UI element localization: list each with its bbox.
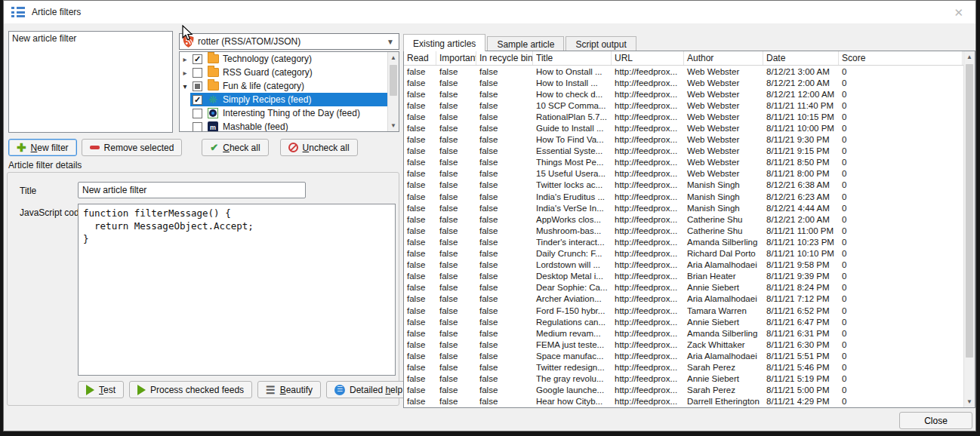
- article-cell: Ford F-150 hybr...: [533, 306, 612, 315]
- article-cell: false: [476, 90, 533, 99]
- new-filter-button[interactable]: ✚ New filter: [8, 139, 77, 156]
- article-row[interactable]: falsefalsefalseDear Sophie: Ca...http://…: [404, 282, 963, 293]
- checkbox[interactable]: [193, 81, 202, 91]
- remove-selected-button[interactable]: Remove selected: [82, 139, 183, 156]
- article-row[interactable]: falsefalsefalseArcher Aviation...http://…: [404, 293, 963, 305]
- tree-item[interactable]: ▾Fun & life (category): [180, 79, 387, 93]
- beautify-button[interactable]: ☰ Beautify: [257, 381, 321, 398]
- article-row[interactable]: falsefalsefalseRationalPlan 5.7...http:/…: [404, 111, 963, 122]
- article-cell: http://feedprox...: [612, 397, 684, 406]
- filters-list[interactable]: New article filter: [8, 31, 173, 133]
- process-checked-feeds-button[interactable]: Process checked feeds: [129, 381, 252, 398]
- tab-script-output[interactable]: Script output: [566, 36, 636, 51]
- article-row[interactable]: falsefalsefalseFord F-150 hybr...http://…: [404, 305, 963, 316]
- article-row[interactable]: falsefalsefalseFEMA just teste...http://…: [404, 339, 963, 350]
- article-row[interactable]: falsefalsefalseHow to Onstall ...http://…: [404, 66, 963, 77]
- test-button[interactable]: Test: [78, 381, 124, 398]
- article-row[interactable]: falsefalsefalseEssential Syste...http://…: [404, 146, 963, 157]
- article-cell: Aria Alamalhodaei: [684, 294, 763, 303]
- article-row[interactable]: falsefalsefalseSpace manufac...http://fe…: [404, 350, 963, 361]
- article-cell: Desktop Metal i...: [533, 272, 612, 281]
- article-row[interactable]: falsefalsefalseHow to check d...http://f…: [404, 88, 963, 100]
- article-row[interactable]: falsefalsefalseLordstown will ...http://…: [404, 259, 963, 271]
- uncheck-all-button[interactable]: Uncheck all: [280, 139, 358, 156]
- article-filters-dialog: Article filters ✕ New article filter rot…: [3, 0, 976, 431]
- article-row[interactable]: falsefalsefalseRegulations can...http://…: [404, 316, 963, 327]
- checkbox[interactable]: ✓: [193, 95, 202, 105]
- article-row[interactable]: falsefalsefalseIndia's VerSe In...http:/…: [404, 202, 963, 213]
- collapse-icon[interactable]: ▾: [180, 82, 190, 91]
- article-cell: 0: [839, 340, 963, 349]
- column-header[interactable]: Score: [839, 51, 963, 65]
- account-dropdown[interactable]: rotter (RSS/ATOM/JSON) ▼: [179, 33, 399, 50]
- check-all-button[interactable]: ✔ Check all: [202, 139, 268, 156]
- scroll-down-icon[interactable]: ▼: [964, 396, 975, 407]
- column-header[interactable]: In recycle bin: [476, 51, 533, 65]
- checkbox[interactable]: ✓: [193, 54, 202, 64]
- scroll-down-icon[interactable]: ▼: [388, 120, 399, 131]
- article-row[interactable]: falsefalsefalseAppWorks clos...http://fe…: [404, 213, 963, 225]
- article-cell: http://feedprox...: [612, 294, 684, 303]
- tree-item[interactable]: ▸RSS Guard (category): [180, 66, 387, 79]
- article-cell: 0: [839, 112, 963, 121]
- article-cell: 0: [839, 272, 963, 281]
- tree-item[interactable]: ✓❋Simply Recipes (feed): [180, 93, 387, 106]
- window-close-icon[interactable]: ✕: [949, 5, 968, 20]
- article-cell: false: [436, 215, 476, 224]
- article-row[interactable]: falsefalsefalseTinder's interact...http:…: [404, 236, 963, 247]
- checkbox[interactable]: [193, 109, 202, 118]
- js-code-label: JavaScript code: [20, 207, 84, 218]
- column-header[interactable]: URL: [612, 51, 684, 65]
- article-row[interactable]: falsefalsefalseDaily Crunch: F...http://…: [404, 248, 963, 259]
- article-cell: 8/11/21 8:24 PM: [763, 283, 839, 292]
- article-cell: http://feedprox...: [612, 112, 684, 121]
- article-cell: false: [476, 204, 533, 213]
- filter-title-input[interactable]: [78, 182, 306, 198]
- article-cell: 0: [839, 192, 963, 201]
- checkbox[interactable]: [193, 122, 202, 132]
- table-scrollbar[interactable]: ▲ ▼: [963, 51, 975, 407]
- article-row[interactable]: falsefalsefalseHow To Find Va...http://f…: [404, 134, 963, 146]
- article-row[interactable]: falsefalsefalseThe gray revolu...http://…: [404, 373, 963, 385]
- column-header[interactable]: Author: [684, 51, 763, 65]
- tab-sample-article[interactable]: Sample article: [487, 36, 564, 51]
- article-cell: 8/11/21 8:50 PM: [763, 158, 839, 167]
- block-icon: [288, 143, 298, 152]
- column-header[interactable]: Date: [763, 51, 839, 65]
- expand-icon[interactable]: ▸: [180, 69, 190, 77]
- article-row[interactable]: falsefalsefalseMushroom-bas...http://fee…: [404, 225, 963, 236]
- article-row[interactable]: falsefalsefalse15 Useful Usera...http://…: [404, 168, 963, 180]
- article-row[interactable]: falsefalsefalseMedium revam...http://fee…: [404, 327, 963, 339]
- tree-item[interactable]: Interesting Thing of the Day (feed): [180, 106, 387, 120]
- article-cell: false: [436, 340, 476, 349]
- column-header[interactable]: Read: [404, 51, 436, 65]
- tree-item[interactable]: mMashable (feed): [180, 120, 387, 132]
- article-row[interactable]: falsefalsefalseDesktop Metal i...http://…: [404, 271, 963, 282]
- tree-scrollbar[interactable]: ▲ ▼: [387, 52, 399, 131]
- close-button[interactable]: Close: [899, 412, 972, 429]
- article-row[interactable]: falsefalsefalseTwitter redesign...http:/…: [404, 361, 963, 373]
- article-row[interactable]: falsefalsefalseGoogle launche...http://f…: [404, 385, 963, 396]
- article-row[interactable]: falsefalsefalseGuide to Install ...http:…: [404, 122, 963, 134]
- filter-list-item[interactable]: New article filter: [9, 32, 172, 45]
- detailed-help-button[interactable]: ☰ Detailed help: [326, 381, 411, 398]
- article-row[interactable]: falsefalsefalseHow to Install ...http://…: [404, 77, 963, 88]
- js-code-editor[interactable]: function filterMessage() { return Messag…: [78, 204, 396, 376]
- column-header[interactable]: Important: [436, 51, 476, 65]
- checkbox[interactable]: [193, 68, 202, 78]
- article-cell: 8/12/21 6:38 AM: [763, 180, 839, 189]
- play-icon: [86, 385, 94, 395]
- scroll-up-icon[interactable]: ▲: [964, 51, 975, 63]
- expand-icon[interactable]: ▸: [180, 55, 190, 63]
- article-row[interactable]: falsefalsefalse10 SCP Comma...http://fee…: [404, 100, 963, 111]
- article-row[interactable]: falsefalsefalseHear how Cityb...http://f…: [404, 396, 963, 407]
- tab-existing-articles[interactable]: Existing articles: [403, 34, 485, 51]
- tree-item[interactable]: ▸✓Technology (category): [180, 52, 387, 66]
- article-cell: false: [404, 249, 436, 258]
- article-cell: Catherine Shu: [684, 215, 763, 224]
- article-row[interactable]: falsefalsefalseIndia's Eruditus ...http:…: [404, 191, 963, 202]
- article-row[interactable]: falsefalsefalseTwitter locks ac...http:/…: [404, 180, 963, 191]
- article-row[interactable]: falsefalsefalseThings Most Pe...http://f…: [404, 157, 963, 168]
- scroll-up-icon[interactable]: ▲: [388, 52, 399, 63]
- column-header[interactable]: Title: [533, 51, 612, 65]
